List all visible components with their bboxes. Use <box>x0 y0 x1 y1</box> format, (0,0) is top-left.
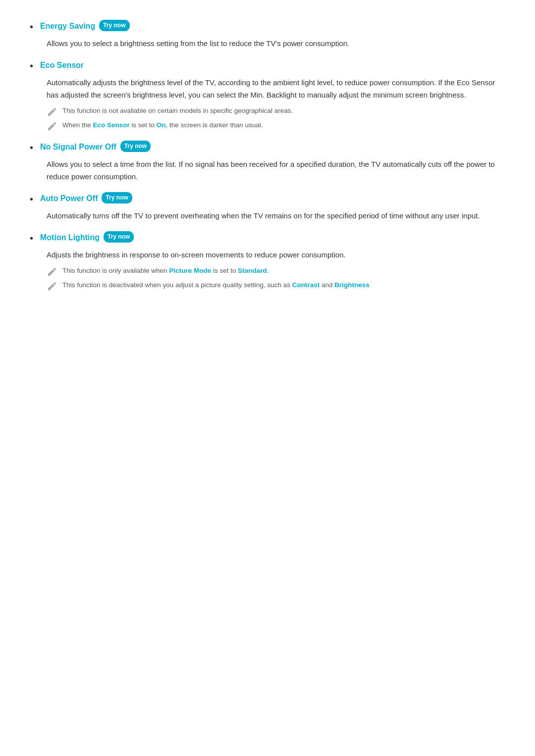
section-energy-saving: •Energy SavingTry nowAllows you to selec… <box>30 20 505 50</box>
note-item-motion-lighting-1: This function is deactivated when you ad… <box>47 280 505 292</box>
notes-group-motion-lighting: This function is only available when Pic… <box>30 266 505 292</box>
try-now-badge-no-signal-power-off[interactable]: Try now <box>120 141 151 152</box>
highlight-eco-sensor: Eco Sensor <box>93 121 130 129</box>
bullet-item-auto-power-off: •Auto Power OffTry now <box>30 192 505 207</box>
pencil-icon <box>47 266 57 277</box>
description-eco-sensor: Automatically adjusts the brightness lev… <box>47 77 505 101</box>
highlight-min-backlight: Min. Backlight <box>250 91 296 99</box>
bullet-item-no-signal-power-off: •No Signal Power OffTry now <box>30 141 505 155</box>
section-list: •Energy SavingTry nowAllows you to selec… <box>30 20 505 292</box>
bullet-dot: • <box>30 230 33 246</box>
highlight-contrast: Contrast <box>292 281 320 289</box>
description-auto-power-off: Automatically turns off the TV to preven… <box>47 210 505 222</box>
section-no-signal-power-off: •No Signal Power OffTry nowAllows you to… <box>30 141 505 183</box>
note-text-eco-sensor-1: When the Eco Sensor is set to On, the sc… <box>62 120 263 131</box>
title-no-signal-power-off[interactable]: No Signal Power Off <box>40 141 116 153</box>
try-now-badge-energy-saving[interactable]: Try now <box>99 20 129 31</box>
pencil-icon <box>47 281 57 292</box>
notes-group-eco-sensor: This function is not available on certai… <box>30 106 505 132</box>
bullet-dot: • <box>30 19 33 35</box>
content-area: •Energy SavingTry nowAllows you to selec… <box>30 20 505 292</box>
title-motion-lighting[interactable]: Motion Lighting <box>40 231 100 244</box>
highlight-picture-mode: Picture Mode <box>169 267 211 274</box>
section-auto-power-off: •Auto Power OffTry nowAutomatically turn… <box>30 192 505 222</box>
note-item-motion-lighting-0: This function is only available when Pic… <box>47 266 505 277</box>
bullet-item-energy-saving: •Energy SavingTry now <box>30 20 505 35</box>
highlight-brightness: Brightness <box>334 281 370 289</box>
bullet-item-eco-sensor: •Eco Sensor <box>30 59 505 74</box>
try-now-badge-auto-power-off[interactable]: Try now <box>102 192 132 203</box>
description-energy-saving: Allows you to select a brightness settin… <box>47 38 505 50</box>
title-energy-saving[interactable]: Energy Saving <box>40 20 95 33</box>
bullet-dot: • <box>30 140 33 155</box>
bullet-dot: • <box>30 58 33 74</box>
note-item-eco-sensor-0: This function is not available on certai… <box>47 106 505 117</box>
pencil-icon <box>47 121 57 132</box>
description-motion-lighting: Adjusts the brightness in response to on… <box>47 249 505 261</box>
note-text-eco-sensor-0: This function is not available on certai… <box>62 106 293 116</box>
try-now-badge-motion-lighting[interactable]: Try now <box>104 231 134 243</box>
highlight-on: On <box>157 121 166 129</box>
section-motion-lighting: •Motion LightingTry nowAdjusts the brigh… <box>30 231 505 292</box>
note-text-motion-lighting-1: This function is deactivated when you ad… <box>62 280 370 291</box>
note-item-eco-sensor-1: When the Eco Sensor is set to On, the sc… <box>47 120 505 132</box>
description-no-signal-power-off: Allows you to select a time from the lis… <box>47 158 505 183</box>
section-eco-sensor: •Eco SensorAutomatically adjusts the bri… <box>30 59 505 132</box>
note-text-motion-lighting-0: This function is only available when Pic… <box>62 266 268 276</box>
pencil-icon <box>47 106 57 117</box>
bullet-dot: • <box>30 191 33 207</box>
bullet-item-motion-lighting: •Motion LightingTry now <box>30 231 505 246</box>
title-auto-power-off[interactable]: Auto Power Off <box>40 192 98 205</box>
title-eco-sensor: Eco Sensor <box>40 59 84 72</box>
highlight-standard: Standard <box>238 267 267 274</box>
